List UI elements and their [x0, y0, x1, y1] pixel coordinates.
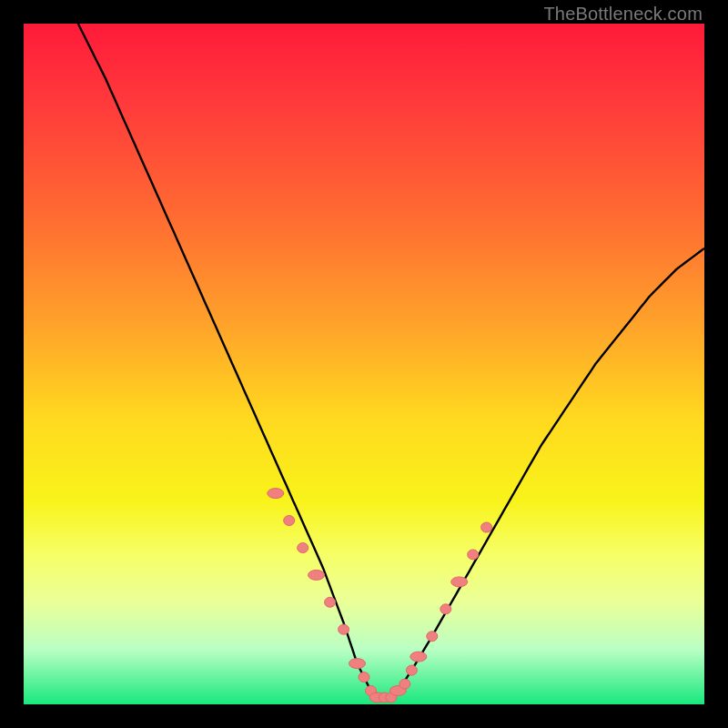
marker-dot	[308, 570, 325, 580]
marker-dot	[325, 597, 336, 607]
marker-dot	[284, 516, 295, 526]
marker-dot	[399, 679, 410, 689]
chart-plot-area	[24, 24, 704, 704]
bottleneck-curve-path	[78, 24, 704, 698]
watermark-text: TheBottleneck.com	[543, 4, 703, 25]
marker-dot	[481, 522, 492, 532]
marker-dot	[298, 543, 308, 553]
bottleneck-curve-svg	[24, 24, 704, 704]
marker-dot	[339, 624, 349, 634]
marker-dot	[468, 550, 479, 560]
marker-dot	[440, 604, 451, 614]
marker-dot	[406, 665, 417, 675]
marker-dot	[268, 489, 284, 499]
marker-dot	[349, 659, 366, 669]
marker-dot	[451, 577, 468, 587]
marker-dot	[410, 652, 427, 662]
marker-dot	[427, 632, 438, 642]
marker-dot	[359, 672, 369, 682]
